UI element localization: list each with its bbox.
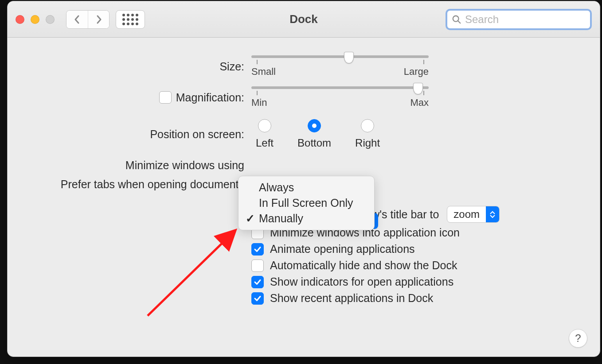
size-label: Size: bbox=[25, 60, 251, 73]
search-icon bbox=[452, 15, 461, 24]
size-min-label: Small bbox=[251, 66, 276, 77]
autohide-label: Automatically hide and show the Dock bbox=[270, 259, 457, 272]
help-button[interactable]: ? bbox=[569, 329, 587, 348]
zoom-window-button[interactable] bbox=[46, 15, 55, 24]
animate-opening-label: Animate opening applications bbox=[270, 243, 415, 256]
svg-line-1 bbox=[458, 20, 461, 23]
minimize-using-label: Minimize windows using bbox=[25, 159, 251, 172]
position-bottom-label: Bottom bbox=[297, 137, 331, 149]
autohide-checkbox[interactable] bbox=[251, 259, 264, 272]
menu-item-always[interactable]: Always bbox=[238, 180, 374, 195]
recent-apps-label: Show recent applications in Dock bbox=[270, 292, 433, 305]
back-button[interactable] bbox=[66, 11, 88, 28]
close-window-button[interactable] bbox=[16, 15, 24, 24]
minimize-window-button[interactable] bbox=[31, 15, 39, 24]
show-all-button[interactable] bbox=[116, 10, 145, 29]
chevron-right-icon bbox=[95, 15, 102, 24]
dock-preferences-window: Dock Size: Small Large bbox=[7, 1, 600, 357]
double-click-action-value: zoom bbox=[447, 208, 486, 221]
double-click-action-dropdown[interactable]: zoom bbox=[447, 206, 500, 223]
position-bottom-radio[interactable] bbox=[308, 119, 321, 132]
menu-item-manually-label: Manually bbox=[259, 212, 303, 225]
animate-opening-checkbox[interactable] bbox=[251, 243, 264, 256]
position-left-radio[interactable] bbox=[258, 119, 271, 132]
size-slider-thumb[interactable] bbox=[344, 52, 354, 63]
prefer-tabs-label: Prefer tabs when opening documents bbox=[25, 178, 251, 191]
titlebar: Dock bbox=[8, 1, 600, 38]
dropdown-arrows-icon bbox=[486, 206, 499, 222]
check-icon: ✓ bbox=[245, 212, 255, 225]
position-label: Position on screen: bbox=[25, 128, 251, 141]
content: Size: Small Large Mag bbox=[8, 38, 600, 317]
size-max-label: Large bbox=[404, 66, 429, 77]
mag-min-label: Min bbox=[251, 97, 267, 108]
menu-item-full-screen[interactable]: In Full Screen Only bbox=[238, 195, 374, 211]
indicators-checkbox[interactable] bbox=[251, 276, 264, 288]
recent-apps-checkbox[interactable] bbox=[251, 292, 264, 305]
search-field[interactable] bbox=[446, 9, 592, 30]
magnification-slider[interactable]: Min Max bbox=[251, 86, 429, 108]
position-right-label: Right bbox=[355, 137, 380, 149]
menu-item-full-screen-label: In Full Screen Only bbox=[259, 197, 353, 209]
chevron-left-icon bbox=[74, 15, 81, 24]
forward-button[interactable] bbox=[88, 11, 109, 28]
prefer-tabs-menu: Always In Full Screen Only ✓ Manually bbox=[238, 176, 375, 230]
position-radio-group: Left Bottom Right bbox=[251, 119, 380, 149]
magnification-checkbox[interactable] bbox=[159, 91, 172, 104]
magnification-slider-thumb[interactable] bbox=[413, 83, 423, 94]
position-left-label: Left bbox=[256, 137, 274, 149]
magnification-label: Magnification: bbox=[176, 91, 244, 104]
traffic-lights bbox=[16, 15, 55, 24]
menu-item-manually[interactable]: ✓ Manually bbox=[238, 211, 374, 226]
help-label: ? bbox=[575, 332, 581, 345]
search-input[interactable] bbox=[464, 13, 598, 26]
position-right-radio[interactable] bbox=[361, 119, 374, 132]
grid-icon bbox=[122, 14, 138, 25]
mag-max-label: Max bbox=[410, 97, 429, 108]
nav-segmented bbox=[66, 10, 109, 29]
size-slider[interactable]: Small Large bbox=[251, 55, 429, 77]
indicators-label: Show indicators for open applications bbox=[270, 275, 453, 288]
menu-item-always-label: Always bbox=[259, 181, 294, 194]
